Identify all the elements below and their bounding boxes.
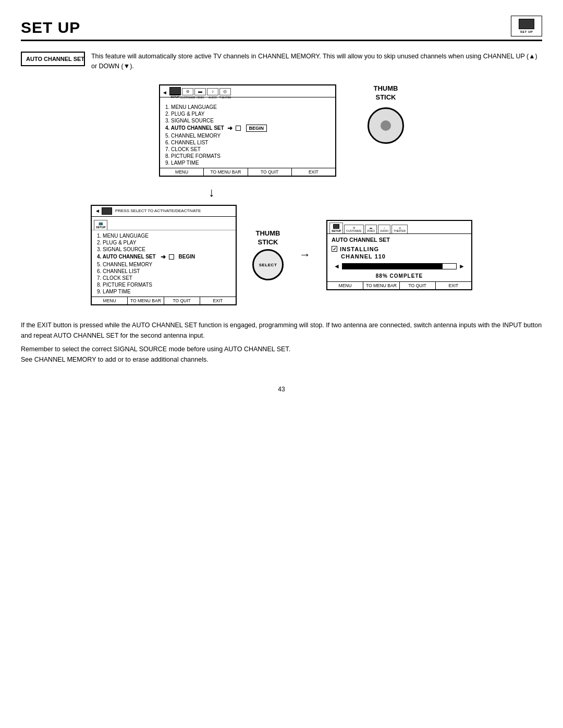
left-item4-begin: BEGIN: [179, 254, 195, 260]
page-number: 43: [21, 386, 542, 393]
left-footer-toquit: TO QUIT: [164, 297, 200, 304]
video-icon: ▬: [198, 89, 202, 94]
menu-item-8: 8. PICTURE FORMATS: [165, 153, 330, 159]
left-setup-icon: 📺: [96, 221, 105, 226]
footer-menu: MENU: [160, 168, 204, 176]
prog-customize-tab: ⚙CUSTOMIZE: [344, 225, 363, 233]
prog-theater-tab: ◎THEATER: [391, 225, 408, 233]
thumb-stick-top-label: THUMB STICK: [374, 84, 398, 102]
customize-tab: ⚙ CUSTOMIZE: [182, 88, 193, 95]
body-text-area: If the EXIT button is pressed while the …: [21, 320, 542, 365]
menu-item-4-highlighted: 4. AUTO CHANNEL SET ➜ BEGIN: [165, 124, 330, 132]
progress-footer: MENU TO MENU BAR TO QUIT EXIT: [327, 281, 471, 289]
menu-item-6: 6. CHANNEL LIST: [165, 139, 330, 146]
left-footer-tomenubar: TO MENU BAR: [128, 297, 164, 304]
screen-icon: [519, 19, 534, 29]
feature-intro: AUTO CHANNEL SET This feature will autom…: [21, 52, 542, 72]
left-menu-tabbar: 📺 SETUP: [92, 217, 236, 230]
top-menu-items: 1. MENU LANGUAGE 2. PLUG & PLAY 3. SIGNA…: [160, 97, 335, 168]
prog-video-tab: ▬VIDEO: [365, 225, 377, 233]
select-section: THUMB STICK SELECT: [252, 229, 284, 280]
setup-corner-icon: SET UP: [511, 16, 542, 36]
progress-bar-fill: [342, 264, 443, 269]
left-item4-arrow: ➜: [161, 253, 166, 261]
menu-item-9: 9. LAMP TIME: [165, 159, 330, 166]
footer-toquit: TO QUIT: [248, 168, 292, 176]
diagram-row1: ◄ SETUP ⚙ CUSTOMIZE ▬ VIDEO ♪: [21, 84, 542, 177]
left-item4-checkbox: [169, 254, 174, 260]
left-item-6: 6. CHANNEL LIST: [97, 268, 230, 275]
item4-begin: BEGIN: [246, 125, 267, 132]
thumb-inner-top: [381, 120, 391, 131]
prog-screen: [333, 224, 339, 229]
left-item-8: 8. PICTURE FORMATS: [97, 281, 230, 288]
diagram-area: ◄ SETUP ⚙ CUSTOMIZE ▬ VIDEO ♪: [21, 84, 542, 305]
menu-item-5: 5. CHANNEL MEMORY: [165, 132, 330, 139]
page-title: SET UP: [21, 19, 80, 36]
audio-icon: ♪: [212, 89, 214, 94]
video-label: VIDEO: [196, 96, 204, 99]
top-menu-tabbar: ◄ SETUP ⚙ CUSTOMIZE ▬ VIDEO ♪: [160, 85, 335, 97]
menu-item-7: 7. CLOCK SET: [165, 146, 330, 153]
progress-title: AUTO CHANNEL SET: [327, 234, 471, 244]
progress-arrow-right: ►: [459, 263, 465, 270]
right-arrow-icon: →: [299, 248, 311, 262]
theater-tab: ◎ THEATER: [219, 88, 231, 95]
left-menu-tv-icon-wrap: ◄: [95, 207, 112, 215]
tv-icon-small: [102, 207, 112, 215]
prog-setup-tab: SETUP: [329, 223, 343, 233]
footer-tomenubar: TO MENU BAR: [204, 168, 248, 176]
arrow-icon: ◄: [162, 90, 167, 95]
left-item-3: 3. SIGNAL SOURCE: [97, 246, 230, 253]
top-menu-footer: MENU TO MENU BAR TO QUIT EXIT: [160, 168, 335, 176]
prog-footer-menu: MENU: [327, 282, 363, 289]
left-menu-screen: ◄ PRESS SELECT TO ACTIVATE/DEACTIVATE 📺 …: [91, 205, 237, 305]
menu-item-2: 2. PLUG & PLAY: [165, 110, 330, 117]
progress-screen: SETUP ⚙CUSTOMIZE ▬VIDEO ♪AUDIO ◎THEATER …: [326, 220, 472, 290]
theater-label: THEATER: [219, 96, 231, 99]
left-footer-exit: EXIT: [200, 297, 236, 304]
body-para-1: If the EXIT button is pressed while the …: [21, 320, 542, 341]
menu-item-3: 3. SIGNAL SOURCE: [165, 117, 330, 124]
thumb-circle-top[interactable]: [368, 107, 404, 144]
progress-tabbar: SETUP ⚙CUSTOMIZE ▬VIDEO ♪AUDIO ◎THEATER: [327, 221, 471, 234]
tab-icons-row: ◄ SETUP ⚙ CUSTOMIZE ▬ VIDEO ♪: [162, 87, 231, 95]
installing-checkbox: ✓: [332, 246, 337, 252]
progress-bar-wrap: ◄ ►: [327, 263, 471, 272]
left-item-7: 7. CLOCK SET: [97, 275, 230, 281]
item4-checkbox: [236, 126, 241, 131]
left-footer-menu: MENU: [92, 297, 128, 304]
customize-icon: ⚙: [186, 90, 189, 94]
top-menu-screen: ◄ SETUP ⚙ CUSTOMIZE ▬ VIDEO ♪: [159, 84, 336, 177]
page-title-bar: SET UP SET UP: [21, 16, 542, 41]
left-item-2: 2. PLUG & PLAY: [97, 239, 230, 246]
body-para-2: Remember to select the correct SIGNAL SO…: [21, 344, 542, 365]
setup-tab-label: SETUP: [171, 95, 180, 98]
auto-channel-set-label: AUTO CHANNEL SET: [21, 52, 85, 66]
left-item-5: 5. CHANNEL MEMORY: [97, 261, 230, 268]
installing-row: ✓ INSTALLING: [327, 244, 471, 253]
left-item-9: 9. LAMP TIME: [97, 288, 230, 295]
left-arrow-icon: ◄: [95, 208, 100, 214]
progress-percent-label: 88% COMPLETE: [327, 272, 471, 281]
down-arrow-icon: ↓: [209, 185, 215, 200]
progress-bar-track: [342, 263, 457, 269]
tv-screen-tab: SETUP: [169, 87, 181, 95]
left-menu-items: 1. MENU LANGUAGE 2. PLUG & PLAY 3. SIGNA…: [92, 230, 236, 297]
setup-icon-label: SET UP: [520, 30, 533, 33]
left-menu-footer: MENU TO MENU BAR TO QUIT EXIT: [92, 297, 236, 304]
channel-text: CHANNEL 110: [327, 253, 471, 263]
customize-label: CUSTOMIZE: [180, 96, 195, 99]
prog-footer-exit: EXIT: [436, 282, 471, 289]
installing-text: INSTALLING: [340, 246, 379, 252]
audio-label: AUDIO: [209, 96, 217, 99]
menu-item-1: 1. MENU LANGUAGE: [165, 104, 330, 110]
select-button[interactable]: SELECT: [252, 249, 284, 280]
left-item-1: 1. MENU LANGUAGE: [97, 232, 230, 239]
select-thumb-label: THUMB STICK: [256, 229, 280, 247]
prog-footer-toquit: TO QUIT: [400, 282, 436, 289]
footer-exit: EXIT: [292, 168, 335, 176]
diagram-row2: ◄ PRESS SELECT TO ACTIVATE/DEACTIVATE 📺 …: [21, 205, 542, 305]
prog-footer-tomenubar: TO MENU BAR: [363, 282, 399, 289]
left-item-4: 4. AUTO CHANNEL SET ➜ BEGIN: [97, 253, 230, 261]
